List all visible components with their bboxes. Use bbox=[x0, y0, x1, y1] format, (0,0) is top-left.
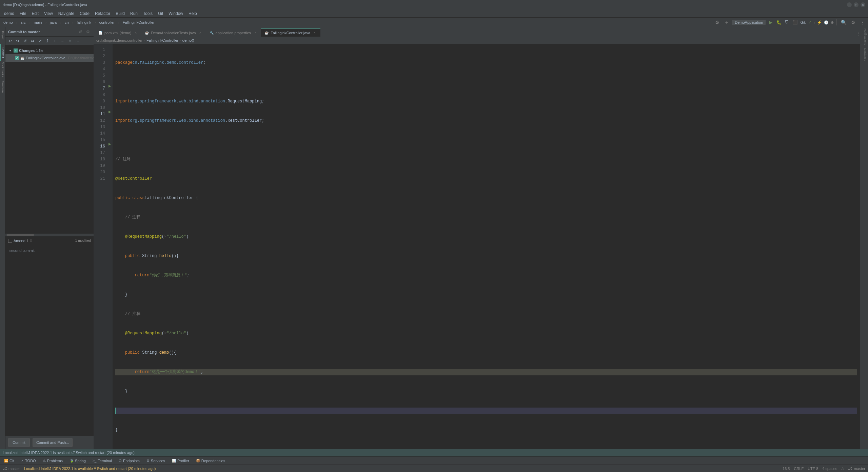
menu-edit[interactable]: Edit bbox=[29, 11, 41, 17]
run-config-label[interactable]: DemoApplication bbox=[732, 20, 766, 25]
sidebar-notifications[interactable]: Notifications bbox=[863, 28, 868, 45]
menu-refactor[interactable]: Refactor bbox=[92, 11, 113, 17]
search-everywhere-btn[interactable]: 🔍 bbox=[840, 18, 848, 26]
git-icon5[interactable]: ⊕ bbox=[831, 20, 834, 25]
tab-tests-close[interactable]: × bbox=[198, 31, 203, 35]
settings-panel-icon[interactable]: ⚙ bbox=[85, 29, 91, 35]
git-icon2[interactable]: ↑ bbox=[813, 20, 815, 24]
tab-demo-tests[interactable]: ☕ DemoApplicationTests.java × bbox=[141, 28, 206, 37]
menu-code[interactable]: Code bbox=[77, 11, 92, 17]
redo-btn[interactable]: ↪ bbox=[14, 38, 21, 44]
commit-button[interactable]: Commit bbox=[8, 438, 30, 447]
project-breadcrumb-java[interactable]: java bbox=[48, 20, 59, 25]
git-branch-status[interactable]: ⎇ master bbox=[3, 466, 20, 471]
menu-file[interactable]: File bbox=[17, 11, 29, 17]
editor-scroll-track[interactable] bbox=[860, 44, 863, 449]
sidebar-item-commit[interactable]: Commit bbox=[0, 44, 5, 61]
tab-properties[interactable]: 🔧 application.properties × bbox=[206, 28, 261, 37]
run-with-coverage[interactable]: ⛉ bbox=[783, 19, 791, 26]
project-breadcrumb-main[interactable]: main bbox=[32, 20, 44, 25]
sidebar-item-project[interactable]: Project bbox=[0, 27, 5, 44]
expand-btn[interactable]: + bbox=[52, 38, 58, 44]
indent[interactable]: 4 spaces bbox=[822, 467, 837, 471]
amend-checkbox[interactable] bbox=[8, 239, 12, 243]
run-button[interactable]: ▶ bbox=[767, 19, 774, 26]
commit-message-input[interactable]: second commit bbox=[8, 247, 91, 433]
refresh-icon[interactable]: ↺ bbox=[77, 29, 83, 35]
menu-window[interactable]: Window bbox=[166, 11, 186, 17]
project-breadcrumb-file[interactable]: FallinginkController bbox=[121, 20, 157, 25]
run-class-icon[interactable]: ▶ bbox=[107, 83, 113, 89]
tab-more-btn[interactable]: ⋮ bbox=[855, 31, 861, 37]
run-hello-icon[interactable]: ▶ bbox=[107, 109, 113, 115]
cursor-icon[interactable]: ⌖ bbox=[723, 18, 731, 26]
minimize-button[interactable]: − bbox=[847, 2, 852, 7]
git-icon4[interactable]: 🕐 bbox=[824, 20, 829, 25]
diff-btn[interactable]: ⇔ bbox=[29, 38, 36, 44]
horizontal-scroll[interactable] bbox=[5, 234, 94, 236]
encoding[interactable]: UTF-8 bbox=[808, 467, 818, 471]
code-content[interactable]: package cn.fallingink.demo.controller; i… bbox=[113, 44, 860, 449]
settings-main-btn[interactable]: ⚙ bbox=[849, 18, 857, 26]
tab-pom-xml[interactable]: 📄 pom.xml (demo) × bbox=[95, 28, 141, 37]
tab-pom-close[interactable]: × bbox=[133, 31, 138, 35]
sidebar-item-structure[interactable]: Structure bbox=[0, 78, 5, 95]
menu-view[interactable]: View bbox=[41, 11, 56, 17]
menu-git[interactable]: Git bbox=[155, 11, 166, 17]
debug-button[interactable]: 🐛 bbox=[775, 19, 783, 26]
project-breadcrumb-demo[interactable]: demo bbox=[1, 20, 15, 25]
code-line-19[interactable] bbox=[115, 408, 857, 414]
tool-problems[interactable]: ⚠ Problems bbox=[40, 457, 65, 464]
run-demo-icon[interactable]: ▶ bbox=[107, 141, 113, 147]
tab-controller-close[interactable]: × bbox=[312, 31, 317, 35]
menu-run[interactable]: Run bbox=[127, 11, 140, 17]
amend-settings-icon[interactable]: ⚙ bbox=[29, 239, 33, 242]
tool-git[interactable]: 🔀 Git bbox=[1, 457, 17, 464]
project-breadcrumb-fallingink[interactable]: fallingink bbox=[75, 20, 93, 25]
cursor-position[interactable]: 16:5 bbox=[783, 467, 790, 471]
sidebar-item-bookmarks[interactable]: Bookmarks bbox=[0, 61, 5, 78]
line-ending[interactable]: CRLF bbox=[794, 467, 804, 471]
amend-info-icon[interactable]: ℹ bbox=[27, 239, 28, 242]
file-checkbox[interactable] bbox=[15, 56, 19, 60]
project-breadcrumb-src[interactable]: src bbox=[19, 20, 28, 25]
more-btn[interactable]: ⋮ bbox=[859, 18, 867, 26]
menu-demo[interactable]: demo bbox=[1, 11, 17, 17]
changes-checkbox[interactable] bbox=[14, 48, 18, 53]
undo-btn[interactable]: ↩ bbox=[7, 38, 14, 44]
menu-build[interactable]: Build bbox=[113, 11, 127, 17]
tool-services[interactable]: ⚙ Services bbox=[144, 457, 168, 464]
menu-navigate[interactable]: Navigate bbox=[56, 11, 77, 17]
sort-btn[interactable]: ≡ bbox=[66, 38, 73, 44]
tab-fallingink-controller[interactable]: ☕ FallinginkController.java × bbox=[261, 28, 320, 37]
menu-help[interactable]: Help bbox=[186, 11, 200, 17]
checkmark-icon[interactable]: ✓ bbox=[808, 20, 811, 25]
collapse-btn[interactable]: − bbox=[59, 38, 66, 44]
close-button[interactable]: × bbox=[861, 2, 865, 7]
breadcrumb-method[interactable]: demo() bbox=[182, 38, 194, 42]
file-tree-item[interactable]: ☕ FallinginkController.java D:\Qingshu\d… bbox=[5, 54, 94, 62]
tool-terminal[interactable]: >_ Terminal bbox=[90, 457, 115, 464]
sidebar-database[interactable]: Database bbox=[863, 46, 868, 63]
tool-todo[interactable]: ✓ TODO bbox=[18, 457, 39, 464]
tool-spring[interactable]: 🍃 Spring bbox=[67, 457, 88, 464]
settings-icon[interactable]: ⚙ bbox=[713, 18, 721, 26]
tool-endpoints[interactable]: ⬡ Endpoints bbox=[116, 457, 142, 464]
tool-dependencies[interactable]: 📦 Dependencies bbox=[193, 457, 228, 464]
notification-status[interactable]: Localized IntelliJ IDEA 2022.1 is availa… bbox=[24, 467, 156, 471]
more-changes-btn[interactable]: ⋯ bbox=[74, 38, 81, 44]
menu-tools[interactable]: Tools bbox=[140, 11, 155, 17]
jump-to-source-btn[interactable]: ⤴ bbox=[44, 38, 51, 44]
stop-button[interactable]: ⬛ bbox=[791, 19, 799, 26]
breadcrumb-class[interactable]: FallinginkController bbox=[146, 38, 178, 42]
commit-and-push-button[interactable]: Commit and Push... bbox=[33, 438, 73, 447]
breadcrumb-package[interactable]: cn.fallingink.demo.controller bbox=[96, 38, 142, 42]
project-breadcrumb-controller[interactable]: controller bbox=[97, 20, 117, 25]
tool-profiler[interactable]: 📊 Profiler bbox=[169, 457, 192, 464]
scroll-thumb[interactable] bbox=[7, 234, 34, 236]
maximize-button[interactable]: □ bbox=[854, 2, 859, 7]
rollback-btn[interactable]: ↺ bbox=[22, 38, 28, 44]
tab-properties-close[interactable]: × bbox=[253, 31, 258, 35]
git-icon3[interactable]: ⚡ bbox=[817, 20, 822, 25]
changes-collapse-arrow[interactable]: ▼ bbox=[8, 48, 12, 53]
